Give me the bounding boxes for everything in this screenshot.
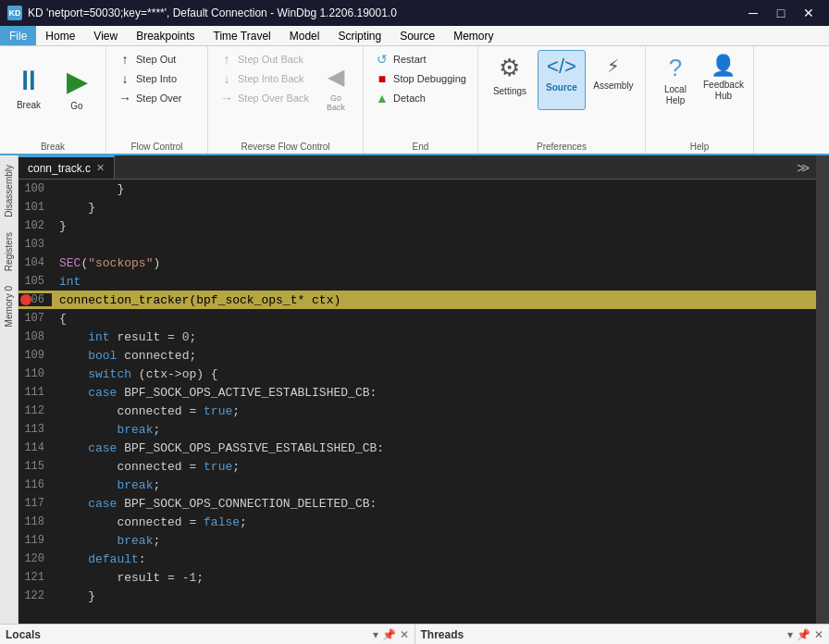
table-row: 101 } [19, 198, 816, 217]
code-text: } [52, 201, 95, 215]
menu-memory[interactable]: Memory [444, 26, 502, 45]
menu-file[interactable]: File [0, 26, 36, 45]
sidebar-disassembly[interactable]: Disassembly [2, 159, 16, 223]
locals-title: Locals [6, 628, 41, 641]
code-text: connected = true; [52, 404, 240, 418]
menu-breakpoints[interactable]: Breakpoints [127, 26, 204, 45]
ribbon-group-preferences: ⚙ Settings </> Source ⚡ Assembly Prefere… [478, 46, 646, 154]
step-out-button[interactable]: ↑ Step Out [114, 50, 200, 68]
sidebar-memory[interactable]: Memory 0 [2, 280, 16, 332]
menu-scripting[interactable]: Scripting [328, 26, 390, 45]
line-number: 100 [19, 182, 52, 195]
threads-pin-button[interactable]: 📌 [797, 628, 810, 641]
ribbon-group-end: ↺ Restart ■ Stop Debugging ▲ Detach End [364, 46, 478, 154]
flow-control-label: Flow Control [130, 142, 182, 152]
assembly-button[interactable]: ⚡ Assembly [589, 50, 637, 107]
ribbon: ⏸ Break ▶ Go Break ↑ Step Out ↓ Step Int… [0, 46, 829, 155]
code-text: } [52, 182, 124, 196]
local-help-button[interactable]: ? LocalHelp [653, 50, 698, 123]
locals-dropdown-button[interactable]: ▾ [373, 628, 378, 641]
detach-button[interactable]: ▲ Detach [371, 89, 470, 107]
line-number: 104 [19, 256, 52, 269]
restart-icon: ↺ [375, 52, 390, 67]
editor-scroll-right[interactable]: ≫ [791, 160, 816, 175]
stop-debugging-label: Stop Debugging [393, 73, 466, 84]
threads-close-button[interactable]: ✕ [814, 628, 823, 641]
threads-panel-controls: ▾ 📌 ✕ [787, 628, 823, 641]
tab-close-button[interactable]: ✕ [96, 162, 105, 174]
feedback-hub-button[interactable]: 👤 FeedbackHub [701, 50, 746, 118]
pause-button[interactable]: ⏸ Break [6, 50, 52, 126]
preferences-group-label: Preferences [537, 142, 587, 152]
locals-pin-button[interactable]: 📌 [382, 628, 396, 641]
menu-bar: File Home View Breakpoints Time Travel M… [0, 26, 829, 46]
code-area[interactable]: 100 } 101 } 102 } 103 104 SEC(" [19, 180, 816, 624]
menu-time-travel[interactable]: Time Travel [204, 26, 280, 45]
close-button[interactable]: ✕ [796, 0, 822, 26]
line-number: 106 [19, 293, 52, 306]
table-row: 113 break; [19, 420, 816, 439]
step-into-icon: ↓ [118, 71, 132, 86]
step-over-back-icon: → [219, 91, 234, 105]
menu-model[interactable]: Model [280, 26, 329, 45]
code-text: case BPF_SOCK_OPS_ACTIVE_ESTABLISHED_CB: [52, 386, 377, 400]
step-into-back-icon: ↓ [219, 71, 234, 86]
step-into-button[interactable]: ↓ Step Into [114, 69, 200, 88]
sidebar-registers[interactable]: Registers [2, 227, 16, 277]
help-group-label: Help [690, 142, 710, 152]
go-button[interactable]: ▶ Go [54, 50, 100, 126]
break-group-content: ⏸ Break ▶ Go [6, 50, 100, 154]
line-number: 108 [19, 330, 52, 343]
step-over-button[interactable]: → Step Over [114, 89, 200, 107]
menu-source[interactable]: Source [390, 26, 444, 45]
maximize-button[interactable]: □ [768, 0, 794, 26]
code-text: result = -1; [52, 571, 204, 585]
tab-conn-track[interactable]: conn_track.c ✕ [19, 155, 115, 179]
menu-view[interactable]: View [84, 26, 127, 45]
go-back-label: GoBack [327, 93, 345, 112]
line-number: 109 [19, 349, 52, 362]
reverse-flow-content: ↑ Step Out Back ↓ Step Into Back → Step … [216, 50, 355, 154]
go-label: Go [70, 101, 82, 112]
line-number: 101 [19, 201, 52, 214]
table-row: 109 bool connected; [19, 346, 816, 365]
source-button[interactable]: </> Source [538, 50, 586, 110]
editor-scrollbar[interactable] [816, 155, 829, 624]
title-bar-left: KD KD 'netport=50030;key=****', Default … [7, 6, 397, 20]
threads-panel-header: Threads ▾ 📌 ✕ [415, 625, 830, 644]
code-text: connection_tracker(bpf_sock_ops_t* ctx) [52, 293, 340, 307]
code-text: default: [52, 552, 146, 566]
code-text: SEC("sockops") [52, 256, 160, 270]
stop-debugging-button[interactable]: ■ Stop Debugging [371, 69, 470, 88]
minimize-button[interactable]: ─ [740, 0, 766, 26]
line-number: 119 [19, 534, 52, 547]
pause-label: Break [17, 100, 41, 111]
go-back-icon: ◀ [328, 64, 344, 90]
code-text: connected = true; [52, 460, 240, 474]
settings-button[interactable]: ⚙ Settings [486, 50, 534, 113]
bottom-panels: Locals ▾ 📌 ✕ Name Value r0 0xffff3cc [0, 624, 829, 644]
menu-home[interactable]: Home [36, 26, 84, 45]
restart-button[interactable]: ↺ Restart [371, 50, 470, 68]
table-row: 120 default: [19, 550, 816, 568]
locals-close-button[interactable]: ✕ [400, 628, 409, 641]
source-label: Source [546, 82, 577, 93]
table-row: 103 [19, 235, 816, 254]
line-number: 112 [19, 404, 52, 417]
threads-dropdown-button[interactable]: ▾ [787, 628, 793, 641]
code-text: int result = 0; [52, 330, 196, 344]
editor-area: conn_track.c ✕ ≫ 100 } 101 } 102 } [19, 155, 816, 624]
table-row: 108 int result = 0; [19, 328, 816, 346]
code-text: case BPF_SOCK_OPS_CONNECTION_DELETED_CB: [52, 497, 377, 511]
table-row: 110 switch (ctx->op) { [19, 365, 816, 383]
step-out-back-button[interactable]: ↑ Step Out Back [216, 50, 313, 68]
step-into-back-button[interactable]: ↓ Step Into Back [216, 69, 313, 88]
line-number: 110 [19, 367, 52, 380]
code-text: break; [52, 423, 160, 437]
step-over-back-button[interactable]: → Step Over Back [216, 89, 313, 107]
go-back-button[interactable]: ◀ GoBack [316, 50, 355, 126]
threads-panel: Threads ▾ 📌 ✕ [0x8a8] = <Unable to get s… [415, 625, 830, 644]
table-row: 102 } [19, 217, 816, 235]
threads-title: Threads [421, 628, 464, 641]
step-over-label: Step Over [136, 93, 182, 104]
